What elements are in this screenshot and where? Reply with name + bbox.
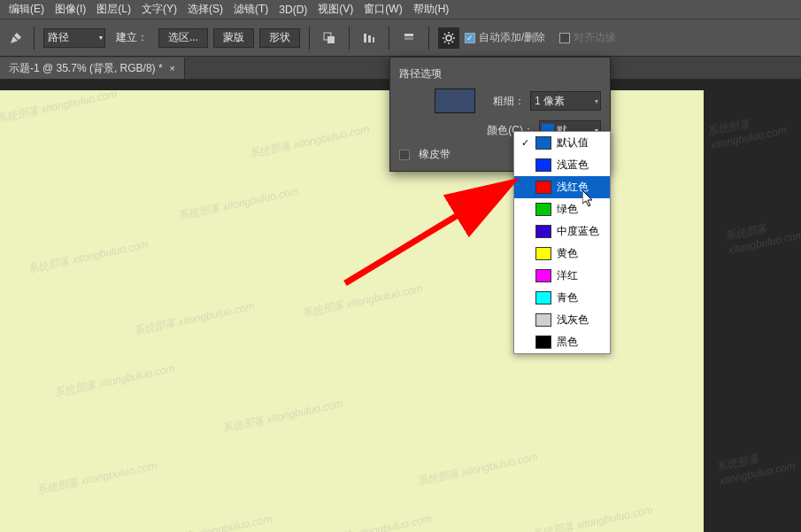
watermark: 系统部落 xitongbuluo.com xyxy=(715,443,801,487)
color-label: 浅灰色 xyxy=(557,312,589,328)
color-menu-item[interactable]: 黄色 xyxy=(514,243,610,265)
menu-text[interactable]: 文字(Y) xyxy=(136,2,182,17)
color-swatch-icon xyxy=(535,313,551,327)
color-preview-swatch[interactable] xyxy=(435,89,475,113)
divider xyxy=(349,27,350,50)
color-menu-item[interactable]: 浅蓝色 xyxy=(514,154,610,176)
watermark: 系统部落 xitongbuluo.com xyxy=(27,237,150,277)
watermark: 系统部落 xitongbuluo.com xyxy=(133,299,256,339)
color-menu-item[interactable]: 中度蓝色 xyxy=(514,220,610,243)
divider xyxy=(34,27,35,50)
color-label: 浅蓝色 xyxy=(557,158,589,173)
arrange-icon[interactable] xyxy=(398,27,420,49)
color-menu-item[interactable]: 洋红 xyxy=(514,265,610,287)
shape-button[interactable]: 形状 xyxy=(259,28,300,48)
color-swatch-icon xyxy=(535,291,551,305)
tab-title: 示题-1 @ 35.7% (背景, RGB/8) * xyxy=(9,61,163,76)
color-dropdown-menu: ✓默认值浅蓝色浅红色绿色中度蓝色黄色洋红青色浅灰色黑色 xyxy=(513,131,611,354)
divider xyxy=(428,27,429,50)
mode-dropdown[interactable]: 路径 ▾ xyxy=(43,28,105,48)
color-menu-item[interactable]: 青色 xyxy=(514,287,610,309)
mode-label: 路径 xyxy=(48,30,69,45)
watermark: 系统部落 xitongbuluo.com xyxy=(724,213,801,256)
selection-button[interactable]: 选区... xyxy=(158,28,208,48)
color-label: 青色 xyxy=(557,290,578,305)
color-swatch-icon xyxy=(535,247,551,260)
pen-tool-icon[interactable] xyxy=(7,29,25,47)
watermark: 系统部落 xitongbuluo.com xyxy=(150,512,273,532)
auto-add-delete-option[interactable]: ✓ 自动添加/删除 xyxy=(465,30,545,45)
divider xyxy=(309,27,310,50)
align-icon[interactable] xyxy=(358,27,380,49)
chevron-down-icon: ▾ xyxy=(595,97,598,105)
color-label: 黑色 xyxy=(557,335,578,350)
document-tab[interactable]: 示题-1 @ 35.7% (背景, RGB/8) * × xyxy=(0,58,185,79)
svg-rect-2 xyxy=(364,34,366,42)
watermark: 系统部落 xitongbuluo.com xyxy=(53,361,176,401)
chevron-down-icon: ▾ xyxy=(99,34,103,42)
color-swatch-icon xyxy=(535,203,551,216)
watermark: 系统部落 xitongbuluo.com xyxy=(0,87,119,127)
color-menu-item[interactable]: 浅红色 xyxy=(514,176,610,198)
main-menu-bar: 编辑(E) 图像(I) 图层(L) 文字(Y) 选择(S) 滤镜(T) 3D(D… xyxy=(0,0,801,19)
watermark: 系统部落 xitongbuluo.com xyxy=(416,450,539,490)
svg-rect-5 xyxy=(404,34,413,36)
svg-rect-6 xyxy=(404,37,413,40)
menu-view[interactable]: 视图(V) xyxy=(312,2,358,17)
svg-rect-1 xyxy=(327,36,335,43)
color-swatch-icon xyxy=(535,335,551,349)
color-swatch-icon xyxy=(535,181,551,194)
watermark: 系统部落 xitongbuluo.com xyxy=(706,105,801,151)
watermark: 系统部落 xitongbuluo.com xyxy=(177,184,300,224)
color-menu-item[interactable]: 黑色 xyxy=(514,331,610,353)
checkbox-icon xyxy=(399,150,410,160)
watermark: 系统部落 xitongbuluo.com xyxy=(310,512,433,532)
svg-rect-7 xyxy=(404,41,413,43)
gear-icon[interactable] xyxy=(438,27,459,49)
divider xyxy=(389,27,389,50)
mask-button[interactable]: 蒙版 xyxy=(213,28,254,48)
svg-point-8 xyxy=(446,35,451,41)
svg-rect-4 xyxy=(373,37,374,42)
color-menu-item[interactable]: ✓默认值 xyxy=(514,132,610,154)
close-icon[interactable]: × xyxy=(170,63,175,73)
menu-window[interactable]: 窗口(W) xyxy=(358,2,407,17)
watermark: 系统部落 xitongbuluo.com xyxy=(221,397,344,436)
options-toolbar: 路径 ▾ 建立： 选区... 蒙版 形状 ✓ 自动添加/删除 对齐边缘 xyxy=(0,19,801,57)
menu-layer[interactable]: 图层(L) xyxy=(91,2,136,17)
menu-select[interactable]: 选择(S) xyxy=(182,2,228,17)
color-menu-item[interactable]: 浅灰色 xyxy=(514,309,610,331)
watermark: 系统部落 xitongbuluo.com xyxy=(301,281,424,321)
color-swatch-icon xyxy=(535,225,551,238)
panel-title: 路径选项 xyxy=(399,66,601,81)
thickness-input[interactable]: 1 像素 ▾ xyxy=(530,91,601,111)
color-swatch-icon xyxy=(535,269,551,282)
color-label: 默认值 xyxy=(557,135,589,150)
path-op-icon[interactable] xyxy=(319,27,340,49)
watermark: 系统部落 xitongbuluo.com xyxy=(531,503,654,532)
build-label: 建立： xyxy=(116,30,148,45)
menu-edit[interactable]: 编辑(E) xyxy=(4,2,50,17)
checkbox-icon xyxy=(559,33,570,43)
color-label: 浅红色 xyxy=(557,180,589,195)
menu-3d[interactable]: 3D(D) xyxy=(273,4,312,16)
color-swatch-icon xyxy=(535,136,551,150)
color-label: 中度蓝色 xyxy=(557,224,599,239)
svg-rect-3 xyxy=(368,35,371,42)
color-label: 洋红 xyxy=(557,268,578,283)
watermark: 系统部落 xitongbuluo.com xyxy=(248,122,371,162)
color-label: 黄色 xyxy=(557,246,578,261)
check-icon: ✓ xyxy=(520,137,530,149)
watermark: 系统部落 xitongbuluo.com xyxy=(35,459,158,498)
menu-help[interactable]: 帮助(H) xyxy=(408,2,455,17)
align-edges-option: 对齐边缘 xyxy=(559,30,616,45)
color-swatch-icon xyxy=(535,158,551,172)
thickness-label: 粗细： xyxy=(481,94,525,109)
color-menu-item[interactable]: 绿色 xyxy=(514,198,610,220)
color-label: 绿色 xyxy=(557,202,578,217)
checkbox-checked-icon: ✓ xyxy=(465,33,475,43)
menu-filter[interactable]: 滤镜(T) xyxy=(228,2,273,17)
menu-image[interactable]: 图像(I) xyxy=(50,2,91,17)
